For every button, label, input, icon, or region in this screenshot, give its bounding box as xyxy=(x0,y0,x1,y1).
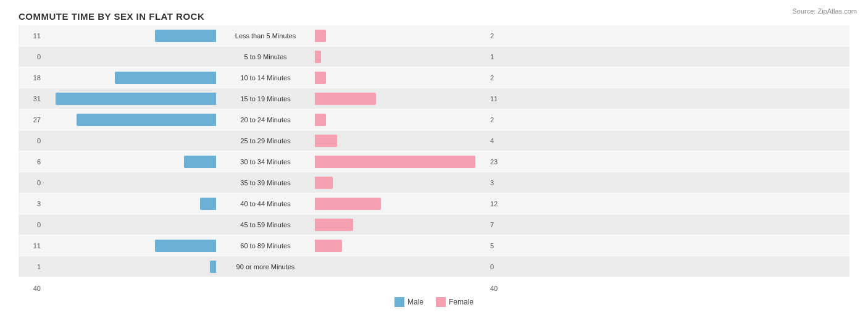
blue-bar-wrap xyxy=(43,156,216,168)
pink-bar xyxy=(315,135,337,147)
pink-bar-wrap xyxy=(315,72,488,84)
blue-bar xyxy=(155,240,216,252)
blue-bar-wrap xyxy=(43,240,216,252)
male-value: 11 xyxy=(19,242,43,250)
row-label: 10 to 14 Minutes xyxy=(216,74,315,82)
female-value: 0 xyxy=(488,263,512,271)
row-label: 25 to 29 Minutes xyxy=(216,137,315,145)
blue-bar xyxy=(77,114,216,126)
pink-bar xyxy=(315,72,326,84)
female-value: 2 xyxy=(488,74,512,82)
female-value: 12 xyxy=(488,200,512,208)
row-label: Less than 5 Minutes xyxy=(216,32,315,40)
table-row: 3 40 to 44 Minutes 12 xyxy=(19,193,849,214)
table-row: 0 25 to 29 Minutes 4 xyxy=(19,130,849,151)
chart-title: COMMUTE TIME BY SEX IN FLAT ROCK xyxy=(19,11,849,22)
blue-bar-wrap xyxy=(43,30,216,42)
pink-bar xyxy=(315,156,475,168)
female-value: 11 xyxy=(488,95,512,103)
pink-bar xyxy=(315,240,342,252)
pink-bar xyxy=(315,177,333,189)
axis-row: 40 40 xyxy=(19,285,849,292)
male-value: 6 xyxy=(19,158,43,166)
row-label: 30 to 34 Minutes xyxy=(216,158,315,166)
male-value: 31 xyxy=(19,95,43,103)
row-label: 5 to 9 Minutes xyxy=(216,53,315,61)
blue-bar-wrap xyxy=(43,177,216,189)
female-value: 23 xyxy=(488,158,512,166)
legend: Male Female xyxy=(19,297,849,307)
blue-bar xyxy=(56,93,216,105)
table-row: 27 20 to 24 Minutes 2 xyxy=(19,109,849,130)
table-row: 11 60 to 89 Minutes 5 xyxy=(19,235,849,256)
male-value: 3 xyxy=(19,200,43,208)
legend-female-box xyxy=(436,297,446,307)
chart-container: COMMUTE TIME BY SEX IN FLAT ROCK Source:… xyxy=(0,0,868,323)
source-label: Source: ZipAtlas.com xyxy=(792,7,857,15)
female-value: 7 xyxy=(488,221,512,229)
female-value: 2 xyxy=(488,116,512,124)
pink-bar-wrap xyxy=(315,93,488,105)
axis-right-label: 40 xyxy=(488,285,512,292)
pink-bar-wrap xyxy=(315,261,488,273)
blue-bar xyxy=(200,198,216,210)
pink-bar xyxy=(315,93,376,105)
row-label: 35 to 39 Minutes xyxy=(216,179,315,187)
table-row: 11 Less than 5 Minutes 2 xyxy=(19,25,849,46)
blue-bar-wrap xyxy=(43,72,216,84)
pink-bar-wrap xyxy=(315,177,488,189)
chart-area: 11 Less than 5 Minutes 2 0 5 to 9 Minute… xyxy=(19,25,849,285)
legend-male: Male xyxy=(394,297,424,307)
pink-bar xyxy=(315,114,326,126)
legend-female-label: Female xyxy=(449,298,474,306)
legend-female: Female xyxy=(436,297,474,307)
blue-bar xyxy=(210,261,216,273)
female-value: 4 xyxy=(488,137,512,145)
table-row: 18 10 to 14 Minutes 2 xyxy=(19,67,849,88)
pink-bar xyxy=(315,51,321,63)
pink-bar-wrap xyxy=(315,30,488,42)
male-value: 0 xyxy=(19,179,43,187)
blue-bar xyxy=(155,30,216,42)
table-row: 0 5 to 9 Minutes 1 xyxy=(19,46,849,67)
female-value: 1 xyxy=(488,53,512,61)
male-value: 0 xyxy=(19,221,43,229)
male-value: 0 xyxy=(19,137,43,145)
male-value: 18 xyxy=(19,74,43,82)
table-row: 31 15 to 19 Minutes 11 xyxy=(19,88,849,109)
row-label: 15 to 19 Minutes xyxy=(216,95,315,103)
legend-male-label: Male xyxy=(407,298,424,306)
blue-bar-wrap xyxy=(43,219,216,231)
pink-bar xyxy=(315,30,326,42)
female-value: 5 xyxy=(488,242,512,250)
row-label: 45 to 59 Minutes xyxy=(216,221,315,229)
row-label: 40 to 44 Minutes xyxy=(216,200,315,208)
pink-bar-wrap xyxy=(315,51,488,63)
blue-bar-wrap xyxy=(43,93,216,105)
male-value: 1 xyxy=(19,263,43,271)
blue-bar-wrap xyxy=(43,198,216,210)
pink-bar-wrap xyxy=(315,156,488,168)
male-value: 0 xyxy=(19,53,43,61)
row-label: 60 to 89 Minutes xyxy=(216,242,315,250)
axis-left-label: 40 xyxy=(19,285,43,292)
pink-bar-wrap xyxy=(315,114,488,126)
blue-bar xyxy=(115,72,216,84)
table-row: 0 35 to 39 Minutes 3 xyxy=(19,172,849,193)
blue-bar-wrap xyxy=(43,51,216,63)
female-value: 3 xyxy=(488,179,512,187)
pink-bar xyxy=(315,198,381,210)
table-row: 6 30 to 34 Minutes 23 xyxy=(19,151,849,172)
legend-male-box xyxy=(394,297,404,307)
blue-bar-wrap xyxy=(43,135,216,147)
pink-bar xyxy=(315,219,353,231)
pink-bar-wrap xyxy=(315,240,488,252)
row-label: 90 or more Minutes xyxy=(216,263,315,271)
pink-bar-wrap xyxy=(315,135,488,147)
table-row: 0 45 to 59 Minutes 7 xyxy=(19,214,849,235)
pink-bar-wrap xyxy=(315,198,488,210)
table-row: 1 90 or more Minutes 0 xyxy=(19,256,849,277)
male-value: 11 xyxy=(19,32,43,40)
blue-bar-wrap xyxy=(43,261,216,273)
row-label: 20 to 24 Minutes xyxy=(216,116,315,124)
